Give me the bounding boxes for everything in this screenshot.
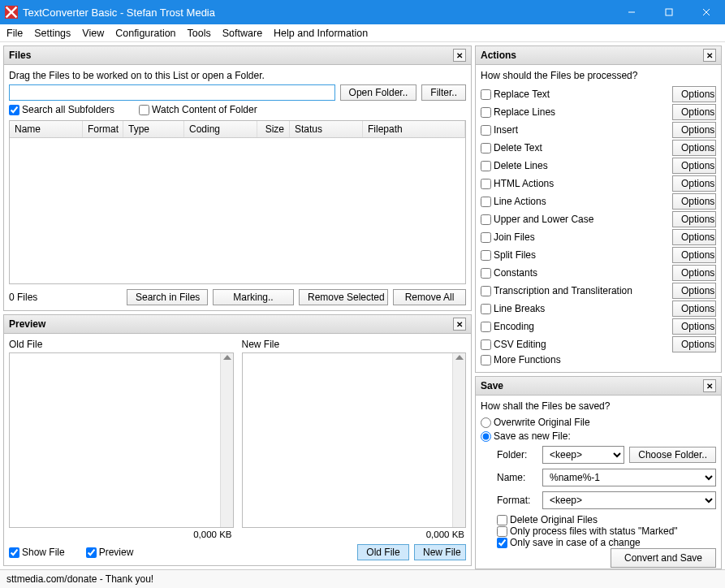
col-filepath[interactable]: Filepath xyxy=(363,121,465,137)
name-label: Name: xyxy=(497,472,537,483)
search-subfolders-checkbox[interactable]: Search all Subfolders xyxy=(9,104,114,115)
actions-question: How should the Files be processed? xyxy=(481,70,716,81)
options-button[interactable]: Options xyxy=(672,140,716,156)
new-file-box[interactable] xyxy=(242,352,467,528)
options-button[interactable]: Options xyxy=(672,175,716,192)
save-panel-title: Save xyxy=(481,380,503,391)
scrollbar[interactable] xyxy=(220,353,233,527)
action-encoding[interactable]: Encoding xyxy=(481,321,672,332)
options-button[interactable]: Options xyxy=(672,336,716,352)
new-file-label: New File xyxy=(242,339,467,350)
files-panel-close-icon[interactable]: ✕ xyxy=(453,49,466,62)
preview-checkbox[interactable]: Preview xyxy=(86,547,134,558)
only-change-checkbox[interactable]: Only save in case of a change xyxy=(497,537,716,548)
name-select[interactable]: %name%-1 xyxy=(542,469,716,486)
col-format[interactable]: Format xyxy=(83,121,123,137)
delete-original-checkbox[interactable]: Delete Original Files xyxy=(497,514,716,525)
action-line-breaks[interactable]: Line Breaks xyxy=(481,303,672,314)
col-coding[interactable]: Coding xyxy=(184,121,257,137)
save-question: How shall the Files be saved? xyxy=(481,400,716,412)
options-button[interactable]: Options xyxy=(672,86,716,102)
minimize-button[interactable] xyxy=(613,0,650,24)
options-button[interactable]: Options xyxy=(672,211,716,227)
scrollbar[interactable] xyxy=(452,353,465,527)
watch-folder-checkbox[interactable]: Watch Content of Folder xyxy=(139,104,257,115)
preview-panel: Preview✕ Old File 0,000 KB New File 0,00… xyxy=(3,314,472,566)
old-file-button[interactable]: Old File xyxy=(357,544,409,560)
save-as-new-radio[interactable]: Save as new File: xyxy=(481,430,716,442)
options-button[interactable]: Options xyxy=(672,283,716,299)
menu-software[interactable]: Software xyxy=(222,28,262,39)
options-button[interactable]: Options xyxy=(672,193,716,210)
files-panel: Files✕ Drag the Files to be worked on to… xyxy=(3,45,472,311)
menu-settings[interactable]: Settings xyxy=(34,28,71,39)
options-button[interactable]: Options xyxy=(672,229,716,245)
open-folder-button[interactable]: Open Folder.. xyxy=(340,84,417,101)
action-transcription-and-transliteration[interactable]: Transcription and Transliteration xyxy=(481,285,672,296)
menu-configuration[interactable]: Configuration xyxy=(115,28,175,39)
options-button[interactable]: Options xyxy=(672,318,716,335)
remove-selected-button[interactable]: Remove Selected xyxy=(299,289,388,305)
preview-panel-title: Preview xyxy=(9,318,45,330)
action-replace-lines[interactable]: Replace Lines xyxy=(481,106,672,118)
action-constants[interactable]: Constants xyxy=(481,267,672,279)
col-size[interactable]: Size xyxy=(257,121,290,137)
action-insert[interactable]: Insert xyxy=(481,124,672,136)
actions-panel-title: Actions xyxy=(481,50,516,61)
files-count: 0 Files xyxy=(9,292,122,303)
action-split-files[interactable]: Split Files xyxy=(481,249,672,261)
only-marked-checkbox[interactable]: Only process files with status "Marked" xyxy=(497,525,716,537)
action-more-functions[interactable]: More Functions xyxy=(481,354,716,365)
action-delete-text[interactable]: Delete Text xyxy=(481,142,672,153)
remove-all-button[interactable]: Remove All xyxy=(393,289,466,305)
old-file-box[interactable] xyxy=(9,352,234,528)
path-input[interactable] xyxy=(9,84,335,101)
menu-file[interactable]: File xyxy=(6,28,23,39)
actions-panel: Actions✕ How should the Files be process… xyxy=(475,45,722,373)
col-name[interactable]: Name xyxy=(10,121,83,137)
action-join-files[interactable]: Join Files xyxy=(481,231,672,243)
save-panel-close-icon[interactable]: ✕ xyxy=(703,379,716,392)
folder-select[interactable]: <keep> xyxy=(542,446,624,464)
format-label: Format: xyxy=(497,495,537,506)
options-button[interactable]: Options xyxy=(672,158,716,174)
options-button[interactable]: Options xyxy=(672,300,716,317)
files-table[interactable]: Name Format Type Coding Size Status File… xyxy=(9,120,466,284)
preview-panel-close-icon[interactable]: ✕ xyxy=(453,318,466,331)
format-select[interactable]: <keep> xyxy=(542,491,716,509)
actions-panel-close-icon[interactable]: ✕ xyxy=(703,49,716,62)
action-csv-editing[interactable]: CSV Editing xyxy=(481,339,672,350)
files-hint: Drag the Files to be worked on to this L… xyxy=(9,70,466,81)
overwrite-radio[interactable]: Overwrite Original File xyxy=(481,417,716,428)
menu-help[interactable]: Help and Information xyxy=(274,28,368,39)
convert-and-save-button[interactable]: Convert and Save xyxy=(611,548,716,568)
window-title: TextConverter Basic - Stefan Trost Media xyxy=(23,6,613,19)
old-file-label: Old File xyxy=(9,339,234,350)
options-button[interactable]: Options xyxy=(672,247,716,263)
menu-view[interactable]: View xyxy=(82,28,104,39)
options-button[interactable]: Options xyxy=(672,122,716,138)
action-replace-text[interactable]: Replace Text xyxy=(481,89,672,100)
col-status[interactable]: Status xyxy=(290,121,363,137)
marking-button[interactable]: Marking.. xyxy=(213,289,294,305)
folder-label: Folder: xyxy=(497,449,537,460)
save-panel: Save✕ How shall the Files be saved? Over… xyxy=(475,376,722,569)
statusbar: sttmedia.com/donate - Thank you! xyxy=(0,569,725,588)
action-upper-and-lower-case[interactable]: Upper and Lower Case xyxy=(481,214,672,225)
search-in-files-button[interactable]: Search in Files xyxy=(127,289,208,305)
maximize-button[interactable] xyxy=(650,0,688,24)
col-type[interactable]: Type xyxy=(123,121,184,137)
action-delete-lines[interactable]: Delete Lines xyxy=(481,160,672,171)
choose-folder-button[interactable]: Choose Folder.. xyxy=(629,447,716,463)
action-line-actions[interactable]: Line Actions xyxy=(481,196,672,207)
app-icon xyxy=(5,6,18,19)
show-file-checkbox[interactable]: Show File xyxy=(9,547,65,558)
filter-button[interactable]: Filter.. xyxy=(421,84,466,101)
options-button[interactable]: Options xyxy=(672,265,716,281)
menu-tools[interactable]: Tools xyxy=(188,28,211,39)
new-file-button[interactable]: New File xyxy=(414,544,466,560)
close-button[interactable] xyxy=(688,0,725,24)
action-html-actions[interactable]: HTML Actions xyxy=(481,178,672,189)
options-button[interactable]: Options xyxy=(672,104,716,120)
new-file-size: 0,000 KB xyxy=(242,530,467,539)
